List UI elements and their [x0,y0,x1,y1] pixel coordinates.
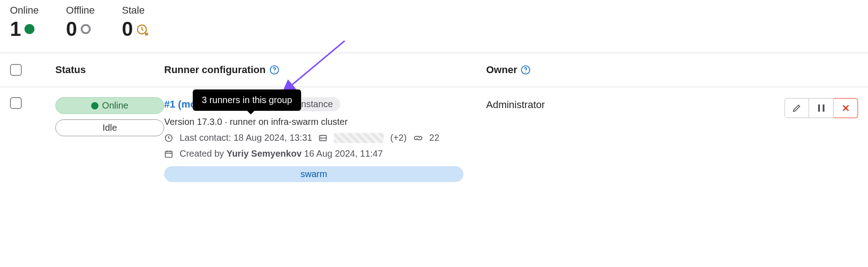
stat-online-label: Online [10,5,39,16]
svg-point-10 [321,136,322,137]
status-idle-badge: Idle [55,119,164,136]
server-icon [318,134,327,143]
table-row: Online Idle #1 (mona1dpix) 3 Instance Ve… [0,87,868,192]
edit-button[interactable] [785,98,809,118]
stale-clock-icon [137,19,148,39]
col-status: Status [55,64,164,76]
help-icon[interactable] [269,65,279,75]
status-online-label: Online [102,100,128,111]
tooltip: 3 runners in this group [193,89,301,111]
col-config: Runner configuration [164,64,266,76]
stat-stale-value: 0 [122,19,133,39]
offline-dot-icon [81,24,91,34]
stat-online[interactable]: Online 1 [10,5,39,39]
link-icon [413,134,423,143]
ip-plus-count: (+2) [390,133,406,143]
runner-tag[interactable]: swarm [164,166,463,182]
calendar-icon [164,149,173,158]
owner[interactable]: Administrator [486,97,631,111]
stat-stale-label: Stale [122,5,148,16]
online-dot-icon [91,102,98,109]
stat-offline-value: 0 [66,19,77,39]
pencil-icon [792,103,802,113]
runner-stats: Online 1 Offline 0 Stale 0 [0,0,868,53]
help-icon[interactable] [521,65,531,75]
svg-rect-12 [166,151,172,157]
delete-button[interactable] [834,98,858,118]
clock-icon [164,134,173,143]
table-header: Status Runner configuration Owner [0,53,868,87]
last-contact: Last contact: 18 Aug 2024, 13:31 [180,133,312,143]
svg-point-11 [321,139,322,140]
jobs-count: 22 [429,133,439,143]
status-online-badge: Online [55,97,164,114]
pause-button[interactable] [809,98,834,118]
svg-rect-13 [818,104,820,112]
created-by: Created by Yuriy Semyenkov 16 Aug 2024, … [180,148,383,159]
pause-icon [817,104,825,113]
col-owner: Owner [486,64,517,76]
runner-description: Version 17.3.0 · runner on infra-swarm c… [164,117,486,127]
stat-offline-label: Offline [66,5,95,16]
ip-redacted [334,133,384,143]
stat-offline[interactable]: Offline 0 [66,5,95,39]
runner-scope-label: Instance [299,99,333,109]
row-checkbox[interactable] [10,97,22,109]
online-dot-icon [24,24,34,34]
svg-point-5 [526,72,527,73]
stat-online-value: 1 [10,19,21,39]
select-all-checkbox[interactable] [10,64,22,76]
svg-point-3 [274,72,275,73]
stat-stale[interactable]: Stale 0 [122,5,148,39]
close-icon [841,104,850,113]
svg-rect-14 [823,104,824,112]
status-idle-label: Idle [102,123,117,133]
